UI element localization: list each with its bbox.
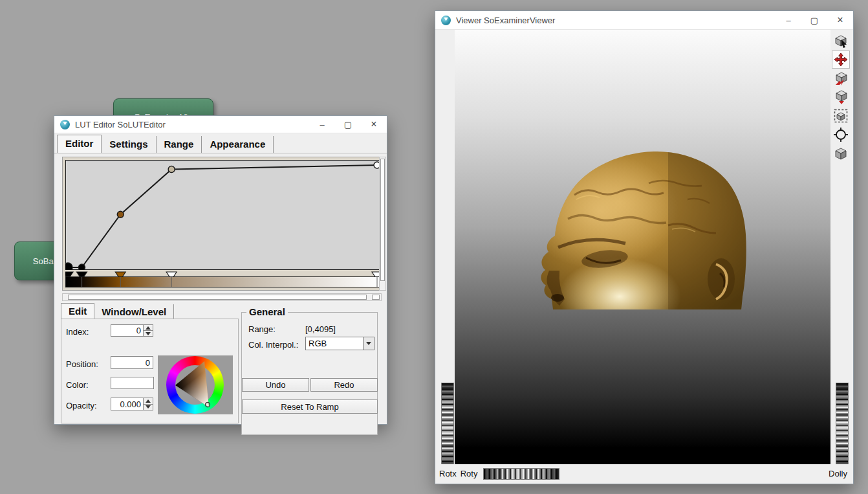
- maximize-button[interactable]: ▢: [801, 11, 827, 29]
- pick-mode-icon[interactable]: [832, 32, 850, 50]
- examiner-viewer-window: Viewer SoExaminerViewer – ▢ ×: [435, 10, 854, 484]
- spin-down-icon[interactable]: [144, 330, 153, 336]
- chevron-down-icon[interactable]: [363, 337, 374, 350]
- camera-type-icon[interactable]: [832, 144, 850, 163]
- sv-triangle[interactable]: [158, 355, 233, 414]
- opacity-stepper[interactable]: 0.000: [111, 398, 153, 410]
- curve-horizontal-scrollbar[interactable]: [62, 293, 382, 301]
- scrollbar-thumb[interactable]: [68, 295, 367, 300]
- index-stepper[interactable]: 0: [111, 324, 153, 337]
- opacity-value[interactable]: 0.000: [111, 398, 143, 410]
- home-icon[interactable]: [832, 69, 850, 87]
- curve-vertical-scrollbar[interactable]: [379, 157, 386, 291]
- view-mode-icon[interactable]: [832, 51, 850, 69]
- position-label: Position:: [66, 359, 98, 369]
- lut-curve-plot[interactable]: [65, 160, 380, 270]
- maximize-button[interactable]: ▢: [335, 116, 361, 133]
- roty-label: Roty: [461, 469, 478, 478]
- tab-editor[interactable]: Editor: [57, 135, 102, 153]
- view-all-icon[interactable]: [832, 107, 850, 125]
- interpol-label: Col. Interpol.:: [248, 340, 298, 350]
- lut-curve-editor[interactable]: [62, 157, 382, 291]
- viewer-window-title: Viewer SoExaminerViewer: [456, 16, 555, 25]
- general-group-title: General: [246, 306, 288, 317]
- redo-button[interactable]: Redo: [310, 378, 378, 392]
- lut-window-title: LUT Editor SoLUTEditor: [75, 120, 166, 129]
- spin-up-icon[interactable]: [144, 325, 153, 330]
- set-home-icon[interactable]: [832, 88, 850, 106]
- index-label: Index:: [66, 327, 89, 337]
- tab-window-level[interactable]: Window/Level: [94, 304, 174, 320]
- viewer-bottom-bar: Rotx Roty Dolly: [436, 464, 852, 483]
- rotx-thumbwheel[interactable]: [483, 468, 559, 480]
- opacity-label: Opacity:: [66, 401, 97, 410]
- dolly-thumbwheel[interactable]: [836, 383, 849, 471]
- roty-thumbwheel[interactable]: [441, 383, 454, 471]
- rendered-head: [455, 30, 830, 466]
- dolly-label: Dolly: [829, 469, 847, 478]
- spin-up-icon[interactable]: [144, 398, 153, 404]
- color-label: Color:: [66, 380, 89, 390]
- viewer-toolbar: [830, 32, 851, 163]
- range-value: [0,4095]: [305, 324, 336, 334]
- tab-appearance[interactable]: Appearance: [202, 136, 274, 153]
- reset-to-ramp-button[interactable]: Reset To Ramp: [242, 399, 378, 414]
- index-value[interactable]: 0: [111, 325, 143, 336]
- close-button[interactable]: ×: [827, 11, 853, 29]
- app-logo-icon: [441, 16, 451, 25]
- app-logo-icon: [60, 120, 70, 129]
- close-button[interactable]: ×: [361, 116, 387, 133]
- range-label: Range:: [248, 324, 276, 334]
- viewport-3d[interactable]: [455, 30, 830, 466]
- color-swatch[interactable]: [111, 377, 154, 389]
- scrollbar-end-cap[interactable]: [372, 295, 380, 300]
- minimize-button[interactable]: –: [309, 116, 335, 133]
- lut-editor-page: Edit Window/Level Index: 0 Position: 0 C…: [54, 153, 387, 424]
- edit-tab-bar: Edit Window/Level: [61, 303, 174, 320]
- position-field[interactable]: 0: [111, 356, 153, 369]
- lut-editor-window: LUT Editor SoLUTEditor – ▢ × Editor Sett…: [54, 115, 387, 425]
- rotx-label: Rotx: [439, 469, 457, 478]
- lut-tab-bar: Editor Settings Range Appearance: [54, 133, 387, 153]
- undo-button[interactable]: Undo: [242, 378, 309, 392]
- tab-settings[interactable]: Settings: [102, 136, 156, 153]
- tab-range[interactable]: Range: [157, 136, 202, 153]
- viewer-titlebar[interactable]: Viewer SoExaminerViewer – ▢ ×: [435, 11, 853, 30]
- interpolation-value: RGB: [306, 339, 363, 348]
- lut-titlebar[interactable]: LUT Editor SoLUTEditor – ▢ ×: [54, 116, 387, 133]
- minimize-button[interactable]: –: [776, 11, 801, 29]
- spin-down-icon[interactable]: [144, 404, 153, 410]
- tab-edit[interactable]: Edit: [61, 303, 94, 320]
- color-wheel[interactable]: [158, 355, 233, 414]
- scrollbar-thumb[interactable]: [380, 159, 385, 281]
- seek-icon[interactable]: [832, 126, 850, 144]
- lut-gradient-bar: [65, 276, 380, 287]
- interpolation-dropdown[interactable]: RGB: [305, 337, 374, 350]
